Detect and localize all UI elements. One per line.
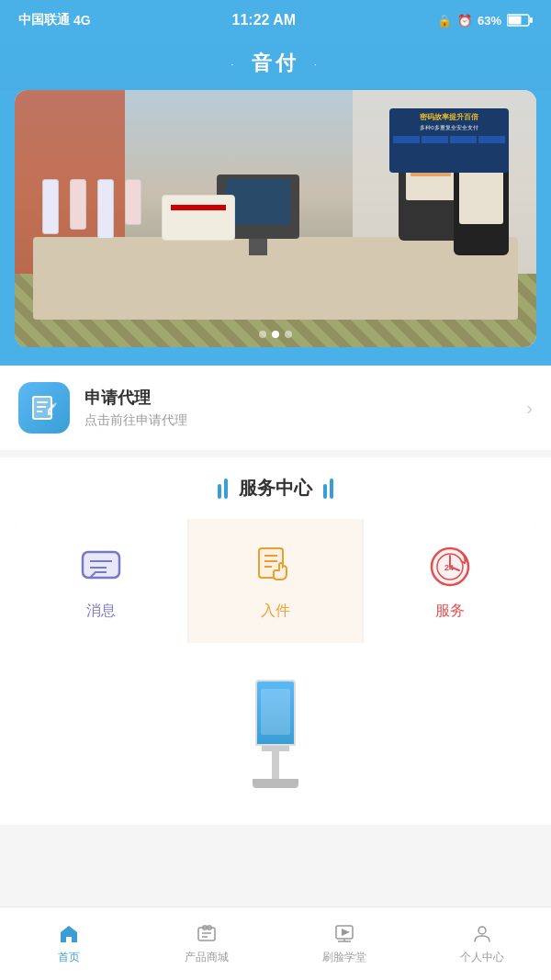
face-icon [332, 922, 356, 946]
agency-icon [18, 382, 70, 434]
service-icon: 24 [426, 543, 474, 591]
status-bar: 中国联通 4G 11:22 AM 🔒 ⏰ 63% [0, 0, 551, 40]
profile-icon [470, 922, 494, 946]
bottom-nav: 首页 产品商城 刷脸学堂 [0, 907, 551, 980]
sign-board: 密码故率提升百倍 多种0多重复全安全支付 [389, 108, 509, 173]
title-bars-left [218, 479, 228, 499]
nav-label-profile: 个人中心 [460, 950, 504, 965]
kiosk-device [253, 680, 298, 788]
agency-icon-svg [29, 393, 59, 422]
banner[interactable]: 扫小摊 密码故率提升百倍 多种0多重复全安全支付 [15, 90, 536, 347]
service-icon-wrap: 24 [424, 541, 476, 592]
battery-icon [507, 14, 533, 27]
svg-rect-7 [83, 552, 119, 578]
checkin-icon [252, 543, 299, 591]
service-item-message[interactable]: 消息 [15, 519, 187, 643]
message-icon [77, 543, 125, 591]
service-item-checkin[interactable]: 入件 [189, 519, 362, 643]
title-bars-right [323, 479, 333, 499]
title-bar-right-2 [330, 479, 333, 499]
agency-text-block: 申请代理 点击前往申请代理 [84, 387, 512, 429]
monitor-screen [226, 179, 290, 225]
status-carrier: 中国联通 4G [18, 12, 91, 28]
device-showcase [0, 661, 551, 806]
status-battery: 🔒 ⏰ 63% [437, 14, 533, 28]
carousel-dot-2[interactable] [272, 331, 279, 338]
nav-item-profile[interactable]: 个人中心 [413, 915, 551, 973]
svg-rect-2 [530, 17, 533, 23]
bottom-spacer [0, 806, 551, 825]
agency-row[interactable]: 申请代理 点击前往申请代理 › [0, 366, 551, 450]
nav-label-home: 首页 [58, 950, 80, 965]
checkin-icon-wrap [250, 541, 301, 592]
service-section: 服务中心 消息 [0, 457, 551, 661]
svg-point-28 [478, 927, 486, 934]
agency-subtitle: 点击前往申请代理 [84, 412, 512, 429]
svg-rect-1 [509, 17, 522, 25]
header: · 音付 · [0, 40, 551, 366]
title-bar-left-1 [218, 484, 221, 499]
nav-item-products[interactable]: 产品商城 [138, 915, 276, 973]
svg-text:24: 24 [444, 563, 454, 572]
service-grid: 消息 入件 [15, 519, 536, 643]
phone-stands [42, 179, 141, 239]
service-label: 服务 [435, 602, 465, 621]
phone-1 [42, 179, 59, 234]
phone-4 [125, 179, 141, 225]
message-label: 消息 [86, 602, 116, 621]
banner-scene: 扫小摊 密码故率提升百倍 多种0多重复全安全支付 [15, 90, 536, 347]
service-item-service[interactable]: 24 服务 [364, 519, 536, 643]
kiosk-base [253, 779, 298, 788]
divider-1 [0, 450, 551, 457]
home-icon [57, 922, 81, 946]
title-bar-right-1 [323, 484, 327, 499]
service-center-title: 服务中心 [239, 476, 312, 501]
checkin-label: 入件 [261, 602, 290, 621]
carousel-dot-1[interactable] [259, 331, 266, 338]
nav-label-products: 产品商城 [185, 950, 229, 965]
kiosk-screen [255, 680, 296, 746]
nav-item-home[interactable]: 首页 [0, 915, 138, 973]
printer [162, 195, 235, 241]
phone-3 [97, 179, 114, 239]
phone-2 [70, 179, 86, 230]
sign-items [393, 136, 505, 143]
scene-desk [33, 237, 518, 320]
carousel-dot-3[interactable] [285, 331, 292, 338]
status-time: 11:22 AM [232, 12, 297, 28]
banner-container: 扫小摊 密码故率提升百倍 多种0多重复全安全支付 [0, 90, 551, 366]
title-bar-left-2 [224, 479, 228, 499]
nav-label-face: 刷脸学堂 [322, 950, 366, 965]
agency-title: 申请代理 [84, 387, 512, 409]
agency-arrow-icon: › [526, 398, 533, 419]
nav-item-face[interactable]: 刷脸学堂 [276, 915, 413, 973]
app-title: · 音付 · [0, 50, 551, 90]
kiosk-stand-pole [272, 751, 279, 779]
svg-marker-25 [342, 929, 350, 936]
service-title-row: 服务中心 [15, 476, 536, 501]
products-icon [195, 922, 219, 946]
carousel-dots [15, 331, 536, 338]
message-icon-wrap [75, 541, 127, 592]
